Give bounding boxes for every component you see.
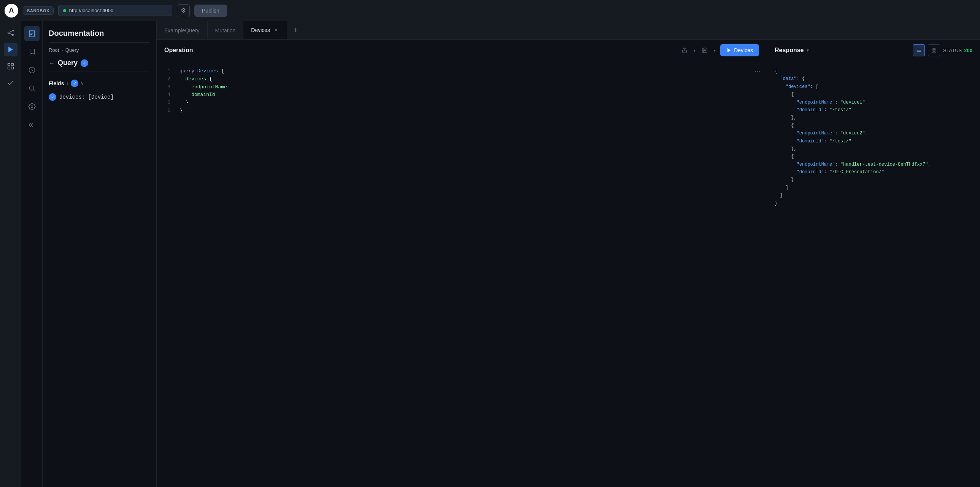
json-line: { (775, 153, 972, 160)
save-icon (702, 47, 708, 53)
save-dropdown-button[interactable]: ▾ (712, 47, 717, 54)
sort-icon[interactable]: ↓ (66, 81, 68, 86)
list-view-icon (916, 48, 921, 53)
fields-label: Fields (49, 80, 64, 86)
history-sidebar-button[interactable] (24, 62, 40, 78)
history-icon (28, 66, 36, 74)
share-button[interactable] (680, 46, 689, 55)
run-button[interactable]: Devices (720, 44, 759, 56)
collapse-sidebar-button[interactable] (24, 117, 40, 133)
search-icon (28, 85, 36, 92)
dropdown-button[interactable]: ▾ (692, 47, 697, 54)
logo-letter: A (9, 6, 14, 14)
response-panel: Response ▾ (767, 40, 980, 487)
breadcrumb-root[interactable]: Root (49, 47, 59, 53)
search-sidebar-button[interactable] (24, 81, 40, 96)
code-line-2: 2 devices { (164, 75, 759, 83)
settings-button[interactable]: ⚙ (177, 4, 190, 17)
url-bar[interactable]: http://localhost:4000 (58, 5, 172, 16)
document-sidebar-button[interactable] (24, 26, 40, 41)
devices-check-badge: ✓ (49, 93, 56, 101)
more-options-button[interactable]: ⋯ (754, 67, 760, 75)
json-line: "data": { (775, 75, 972, 83)
response-header: Response ▾ (767, 40, 980, 61)
json-line: "domainId": "/test/" (775, 137, 972, 145)
breadcrumb-current: Query (65, 47, 79, 53)
code-line-5: 5 } (164, 99, 759, 107)
back-button[interactable]: ← (49, 60, 55, 67)
save-dropdown-arrow-icon: ▾ (714, 48, 716, 53)
save-button[interactable] (700, 46, 709, 55)
field-item-devices: ✓ devices: [Device] (49, 92, 150, 102)
secondary-sidebar (21, 21, 43, 487)
play-sidebar-button[interactable] (4, 43, 18, 56)
json-line: { (775, 91, 972, 98)
graph-sidebar-button[interactable] (4, 26, 18, 40)
query-label: Query (58, 59, 78, 67)
fields-chevron-button[interactable]: ∨ (81, 81, 84, 86)
check-icon (7, 79, 14, 87)
svg-line-3 (9, 31, 12, 32)
check-sidebar-button[interactable] (4, 76, 18, 90)
json-line: "endpointName": "handler-test-device-8eh… (775, 161, 972, 168)
logo-button[interactable]: A (5, 4, 18, 18)
svg-point-15 (29, 86, 34, 90)
bookmark-icon (28, 48, 36, 56)
add-tab-button[interactable]: + (287, 21, 304, 39)
tab-devices-label: Devices (251, 27, 270, 33)
tab-mutation-label: Mutation (215, 27, 236, 34)
svg-rect-24 (932, 51, 934, 52)
connection-status-dot (63, 9, 66, 12)
url-text: http://localhost:4000 (69, 8, 113, 13)
breadcrumb-separator: › (61, 47, 63, 53)
json-line: { (775, 67, 972, 75)
svg-line-16 (33, 90, 35, 92)
tab-devices-close-icon[interactable]: ✕ (273, 27, 279, 33)
publish-button[interactable]: Publish (194, 5, 227, 17)
run-play-icon (726, 48, 732, 53)
content-split: Operation ▾ (157, 40, 980, 487)
query-check-badge: ✓ (81, 59, 88, 67)
status-label: STATUS (943, 48, 962, 53)
tab-mutation[interactable]: Mutation (208, 21, 244, 39)
settings-sidebar-button[interactable] (24, 99, 40, 114)
fields-row: Fields ↓ ✓ ∨ (49, 80, 150, 87)
svg-point-17 (31, 106, 33, 108)
play-icon (7, 46, 14, 53)
svg-rect-8 (8, 67, 10, 69)
json-line: }, (775, 114, 972, 121)
operation-title: Operation (164, 47, 677, 54)
json-line: } (775, 176, 972, 184)
json-line: "endpointName": "device1", (775, 99, 972, 106)
status-code: 200 (964, 48, 972, 53)
json-line: "endpointName": "device2", (775, 129, 972, 137)
query-row: ← Query ✓ (49, 59, 150, 67)
svg-marker-18 (727, 48, 730, 53)
grid-view-button[interactable] (928, 44, 940, 56)
schema-sidebar-button[interactable] (4, 59, 18, 73)
svg-rect-9 (11, 67, 13, 69)
document-icon (28, 30, 36, 37)
collapse-icon (28, 121, 36, 129)
code-editor[interactable]: 1 query Devices { 2 devices { 3 endpoint… (157, 61, 767, 121)
list-view-button[interactable] (913, 44, 925, 56)
graph-icon (7, 29, 14, 37)
response-chevron-icon[interactable]: ▾ (807, 48, 809, 53)
json-line: } (775, 200, 972, 207)
tab-devices[interactable]: Devices ✕ (243, 21, 287, 39)
bookmark-sidebar-button[interactable] (24, 44, 40, 59)
svg-marker-5 (8, 47, 13, 53)
grid-view-icon (931, 48, 937, 53)
operation-panel: Operation ▾ (157, 40, 767, 487)
devices-field-label: devices: [Device] (59, 94, 114, 100)
tab-examplequery[interactable]: ExampleQuery (157, 21, 208, 39)
documentation-panel: Documentation Root › Query ← Query ✓ Fie… (43, 21, 157, 487)
icon-sidebar (0, 21, 21, 487)
fields-separator (49, 72, 150, 72)
json-line: ] (775, 184, 972, 192)
svg-rect-25 (934, 51, 936, 52)
json-line: { (775, 122, 972, 129)
svg-rect-22 (932, 48, 934, 50)
center-area: ExampleQuery Mutation Devices ✕ + Operat… (157, 21, 980, 487)
operation-body: 1 query Devices { 2 devices { 3 endpoint… (157, 61, 767, 487)
